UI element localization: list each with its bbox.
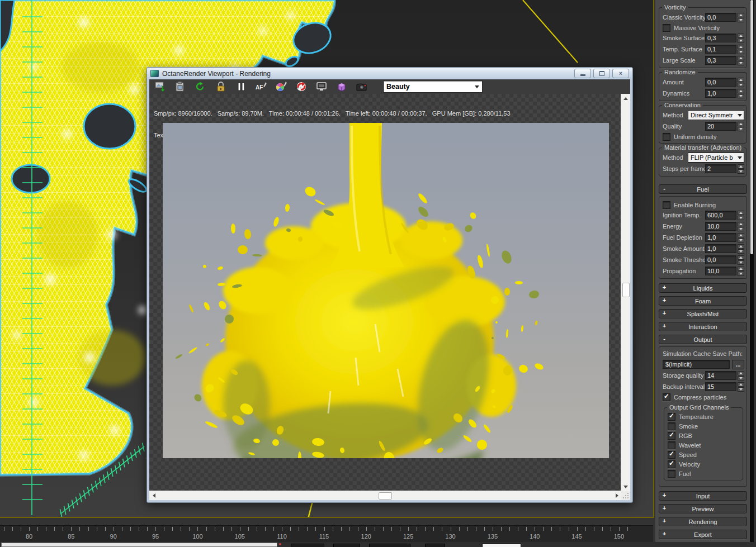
cache-path-field[interactable]: $(implicit) (663, 360, 730, 369)
spinner-up-icon[interactable] (738, 267, 744, 271)
expand-icon[interactable]: + (662, 519, 667, 524)
vertical-scrollbar[interactable] (621, 94, 630, 491)
large-scale-field[interactable]: 0,3 (705, 56, 736, 65)
resize-grip[interactable] (621, 491, 630, 500)
rollup-interaction[interactable]: +Interaction (659, 322, 747, 331)
quality-field[interactable]: 20 (705, 122, 736, 131)
minimize-button[interactable] (574, 69, 591, 78)
fuel-checkbox[interactable] (668, 470, 675, 478)
focus-picker-icon[interactable]: AF (254, 80, 267, 93)
spinner-up-icon[interactable] (738, 222, 744, 226)
enable-burning-checkbox[interactable] (663, 201, 670, 209)
spinner-down-icon[interactable] (738, 50, 744, 54)
amount-field[interactable]: 0,0 (705, 78, 736, 87)
rollup-foam[interactable]: +Foam (659, 296, 747, 306)
storage-quality-field[interactable]: 14 (705, 371, 736, 380)
wavelet-checkbox[interactable] (668, 441, 675, 449)
collapse-icon[interactable]: - (662, 186, 667, 192)
save-render-icon[interactable] (154, 80, 167, 93)
rollup-fuel[interactable]: -Fuel (659, 184, 747, 194)
energy-spinner[interactable] (738, 222, 744, 231)
smoke-checkbox[interactable] (668, 422, 675, 430)
temp-surface-spinner[interactable] (738, 45, 744, 54)
spinner-down-icon[interactable] (738, 39, 744, 43)
spinner-down-icon[interactable] (738, 260, 744, 265)
fuel-depletion-spinner[interactable] (738, 233, 744, 242)
smoke-amount-field[interactable]: 1,0 (705, 244, 736, 253)
scroll-down-icon[interactable] (621, 482, 630, 491)
scroll-left-icon[interactable] (149, 491, 158, 500)
render-priority-icon[interactable] (295, 80, 308, 93)
rollup-splash-mist[interactable]: +Splash/Mist (659, 309, 747, 318)
spinner-up-icon[interactable] (738, 78, 744, 82)
steps-per-frame-spinner[interactable] (738, 164, 744, 174)
rollup-export[interactable]: +Export (659, 530, 747, 539)
rollup-input[interactable]: +Input (659, 491, 747, 501)
close-icon[interactable]: × (612, 69, 629, 78)
horizontal-scrollbar[interactable] (149, 491, 621, 500)
classic-vorticity-spinner[interactable] (738, 13, 744, 22)
uniform-density-checkbox[interactable] (663, 133, 670, 141)
spinner-up-icon[interactable] (738, 164, 744, 169)
spinner-up-icon[interactable] (738, 45, 744, 49)
smoke-threshold-field[interactable]: 0,0 (705, 255, 736, 264)
subsample-icon[interactable] (315, 80, 328, 93)
spinner-down-icon[interactable] (738, 387, 744, 392)
restart-render-icon[interactable] (194, 80, 207, 93)
massive-vorticity-checkbox[interactable] (663, 24, 670, 32)
amount-spinner[interactable] (738, 78, 744, 87)
spinner-down-icon[interactable] (738, 83, 744, 87)
pause-render-icon[interactable] (234, 80, 247, 93)
method-combo[interactable]: Direct Symmetr (688, 110, 744, 120)
ignition-temp-spinner[interactable] (738, 211, 744, 220)
expand-icon[interactable]: + (662, 298, 667, 303)
camera-icon[interactable] (355, 80, 368, 93)
classic-vorticity-field[interactable]: 0,0 (705, 13, 736, 22)
track-bar[interactable] (1, 543, 277, 547)
render-pass-dropdown[interactable]: Beauty (383, 80, 483, 93)
spinner-down-icon[interactable] (738, 127, 744, 131)
ignition-temp-field[interactable]: 600,0 (705, 211, 736, 220)
render-viewport[interactable]: Smp/px: 8960/16000. Samp/s: 89,70M. Time… (149, 94, 621, 491)
spinner-up-icon[interactable] (738, 255, 744, 260)
rollup-liquids[interactable]: +Liquids (659, 283, 747, 293)
spinner-up-icon[interactable] (738, 211, 744, 215)
backup-interval-field[interactable]: 15 (705, 382, 736, 391)
smoke-surface-spinner[interactable] (738, 34, 744, 43)
spinner-down-icon[interactable] (738, 61, 744, 65)
propagation-field[interactable]: 10,0 (705, 267, 736, 275)
propagation-spinner[interactable] (738, 267, 744, 276)
lock-resolution-icon[interactable] (214, 80, 227, 93)
scroll-right-icon[interactable] (612, 491, 621, 500)
copy-clipboard-icon[interactable] (174, 80, 187, 93)
spinner-up-icon[interactable] (738, 89, 744, 93)
spinner-up-icon[interactable] (738, 233, 744, 237)
spinner-up-icon[interactable] (738, 382, 744, 387)
timeline-ruler[interactable]: 8085909510010511011512012513013514014515… (0, 525, 653, 543)
speed-checkbox[interactable] (668, 451, 675, 459)
white-balance-picker-icon[interactable] (275, 80, 287, 93)
rollup-output[interactable]: -Output (659, 335, 747, 344)
hscroll-thumb[interactable] (379, 492, 392, 500)
spinner-down-icon[interactable] (738, 249, 744, 254)
velocity-checkbox[interactable] (668, 460, 675, 468)
fuel-depletion-field[interactable]: 1,0 (705, 233, 736, 242)
panel-scrollbar[interactable] (750, 0, 754, 547)
spinner-up-icon[interactable] (738, 13, 744, 17)
method-combo[interactable]: FLIP (Particle b (688, 153, 744, 163)
dynamics-spinner[interactable] (738, 89, 744, 98)
energy-field[interactable]: 10,0 (705, 222, 736, 231)
spinner-down-icon[interactable] (738, 169, 744, 174)
spinner-down-icon[interactable] (738, 227, 744, 231)
temperature-checkbox[interactable] (668, 413, 675, 421)
spinner-up-icon[interactable] (738, 244, 744, 249)
spinner-up-icon[interactable] (738, 371, 744, 375)
collapse-icon[interactable]: - (662, 336, 667, 342)
scroll-up-icon[interactable] (621, 94, 630, 103)
spinner-up-icon[interactable] (738, 56, 744, 60)
vscroll-thumb[interactable] (622, 283, 630, 297)
smoke-amount-spinner[interactable] (738, 244, 744, 254)
spinner-up-icon[interactable] (738, 34, 744, 38)
large-scale-spinner[interactable] (738, 56, 744, 65)
expand-icon[interactable]: + (662, 493, 667, 498)
